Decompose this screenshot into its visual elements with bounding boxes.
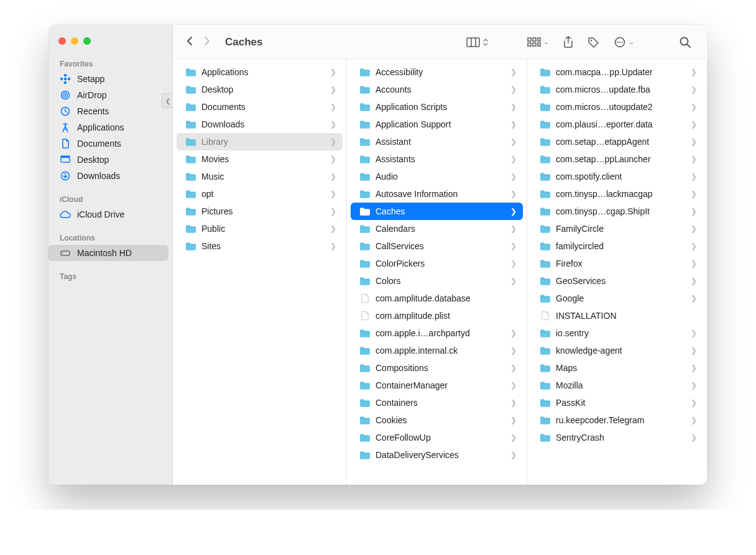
group-button[interactable]: ⌄ [523,35,553,50]
sidebar-item-setapp[interactable]: Setapp [48,71,168,87]
chevron-right-icon: ❯ [691,68,697,76]
folder-row[interactable]: com.apple.internal.ck❯ [351,342,523,359]
folder-row[interactable]: com.spotify.client❯ [531,168,703,185]
folder-row[interactable]: Caches❯ [351,203,523,220]
folder-row[interactable]: Google❯ [531,290,703,307]
folder-row[interactable]: com.setap…ppLauncher❯ [531,150,703,168]
folder-row[interactable]: Containers❯ [351,394,523,411]
sidebar-item-macintosh-hd[interactable]: Macintosh HD [48,245,168,261]
chevron-right-icon: ❯ [510,364,517,372]
close-window-button[interactable] [58,37,66,45]
folder-row[interactable]: ContainerManager❯ [351,377,523,394]
folder-row[interactable]: Music❯ [177,168,343,185]
item-name: com.setap…ppLauncher [556,154,686,164]
item-name: com.tinysp…cgap.ShipIt [556,206,686,216]
tags-button[interactable] [584,34,604,50]
folder-icon [540,206,551,216]
sidebar-item-icloud-drive[interactable]: iCloud Drive [48,206,168,222]
folder-row[interactable]: com.macpa…pp.Updater❯ [531,63,703,81]
chevron-right-icon: ❯ [691,85,697,94]
svg-rect-19 [538,38,540,41]
chevron-right-icon: ❯ [510,277,517,285]
folder-row[interactable]: CallServices❯ [351,237,523,255]
column-1[interactable]: Applications❯Desktop❯Documents❯Downloads… [173,60,347,485]
item-name: Cookies [376,415,505,425]
folder-row[interactable]: Applications❯ [177,63,343,81]
folder-row[interactable]: Assistants❯ [351,150,523,168]
folder-row[interactable]: Compositions❯ [351,359,523,377]
minimize-window-button[interactable] [71,37,78,45]
folder-row[interactable]: PassKit❯ [531,394,703,411]
folder-row[interactable]: Mozilla❯ [531,377,703,394]
folder-row[interactable]: DataDeliveryServices❯ [351,446,523,464]
folder-row[interactable]: knowledge-agent❯ [531,342,703,359]
sidebar-item-documents[interactable]: Documents [48,135,168,152]
folder-row[interactable]: com.micros…utoupdate2❯ [531,98,703,116]
folder-row[interactable]: GeoServices❯ [531,272,703,290]
chevron-down-icon: ⌄ [629,38,634,46]
maximize-window-button[interactable] [83,37,91,45]
folder-row[interactable]: CoreFollowUp❯ [351,429,523,446]
share-button[interactable] [559,34,578,51]
sidebar-collapse-handle[interactable]: ❮ [162,93,173,108]
view-mode-button[interactable] [463,35,492,50]
folder-row[interactable]: Audio❯ [351,168,523,185]
item-name: SentryCrash [556,433,686,443]
folder-row[interactable]: Application Scripts❯ [351,98,523,116]
folder-row[interactable]: Colors❯ [351,272,523,290]
folder-row[interactable]: Documents❯ [177,98,343,116]
sidebar-item-recents[interactable]: Recents [48,103,168,119]
folder-icon [185,241,196,251]
folder-row[interactable]: Application Support❯ [351,116,523,133]
folder-icon [540,137,551,147]
folder-row[interactable]: io.sentry❯ [531,324,703,342]
folder-row[interactable]: familycircled❯ [531,237,703,255]
chevron-right-icon: ❯ [691,294,697,303]
folder-row[interactable]: com.micros…update.fba❯ [531,81,703,98]
column-3[interactable]: com.macpa…pp.Updater❯com.micros…update.f… [527,60,708,485]
sidebar-item-airdrop[interactable]: AirDrop [48,87,168,103]
folder-row[interactable]: Sites❯ [177,237,343,255]
toolbar: Caches ⌄ ⌄ [173,25,708,60]
folder-row[interactable]: ru.keepcoder.Telegram❯ [531,411,703,429]
folder-row[interactable]: Firefox❯ [531,255,703,272]
folder-row[interactable]: opt❯ [177,185,343,203]
sidebar-item-desktop[interactable]: Desktop [48,152,168,168]
back-button[interactable] [185,35,194,49]
folder-row[interactable]: com.tinysp…lackmacgap❯ [531,185,703,203]
sidebar-item-applications[interactable]: Applications [48,119,168,135]
folder-row[interactable]: FamilyCircle❯ [531,220,703,237]
folder-row[interactable]: com.tinysp…cgap.ShipIt❯ [531,203,703,220]
file-row[interactable]: com.amplitude.plist [351,307,523,324]
folder-row[interactable]: Accounts❯ [351,81,523,98]
folder-row[interactable]: Maps❯ [531,359,703,377]
forward-button[interactable] [203,35,211,49]
finder-window: FavoritesSetappAirDropRecentsApplication… [48,25,708,485]
folder-row[interactable]: Assistant❯ [351,133,523,150]
search-button[interactable] [675,34,695,51]
folder-row[interactable]: Autosave Information❯ [351,185,523,203]
folder-row[interactable]: com.plausi…eporter.data❯ [531,116,703,133]
chevron-right-icon: ❯ [330,137,336,146]
column-2[interactable]: Accessibility❯Accounts❯Application Scrip… [347,60,527,485]
folder-row[interactable]: Cookies❯ [351,411,523,429]
file-row[interactable]: com.amplitude.database [351,290,523,307]
chevron-right-icon: ❯ [691,172,697,181]
item-name: Autosave Information [376,189,505,199]
item-name: Google [556,293,686,303]
sidebar-item-downloads[interactable]: Downloads [48,168,168,184]
folder-row[interactable]: Pictures❯ [177,203,343,220]
folder-row[interactable]: Public❯ [177,220,343,237]
folder-row[interactable]: Desktop❯ [177,81,343,98]
file-row[interactable]: INSTALLATION [531,307,703,324]
folder-row[interactable]: com.setap…etappAgent❯ [531,133,703,150]
folder-row[interactable]: Accessibility❯ [351,63,523,81]
folder-row[interactable]: Movies❯ [177,150,343,168]
folder-row[interactable]: Downloads❯ [177,116,343,133]
folder-row[interactable]: Library❯ [177,133,343,150]
more-button[interactable]: ⌄ [610,34,638,50]
folder-row[interactable]: ColorPickers❯ [351,255,523,272]
folder-row[interactable]: com.apple.i…archpartyd❯ [351,324,523,342]
folder-row[interactable]: Calendars❯ [351,220,523,237]
folder-row[interactable]: SentryCrash❯ [531,429,703,446]
